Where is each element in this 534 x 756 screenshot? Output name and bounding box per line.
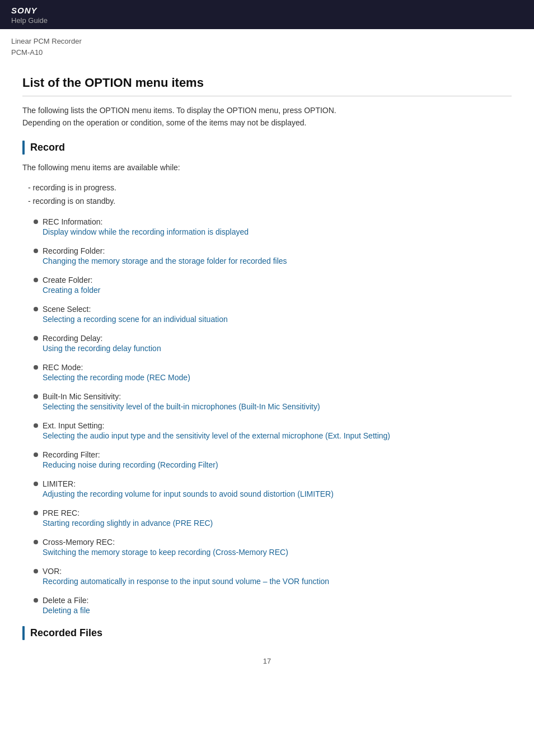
menu-item-link-delete-file[interactable]: Deleting a file <box>43 606 512 615</box>
page-number: 17 <box>22 657 512 665</box>
menu-item-link-ext-input[interactable]: Selecting the audio input type and the s… <box>43 431 512 440</box>
menu-list: REC Information: Display window while th… <box>34 217 512 615</box>
menu-item-label: LIMITER: <box>43 479 76 488</box>
desc-item-2: - recording is on standby. <box>28 195 512 208</box>
bullet-icon <box>34 511 38 515</box>
menu-item-row: Delete a File: <box>34 596 512 605</box>
bullet-icon <box>34 365 38 370</box>
menu-item-label: Cross-Memory REC: <box>43 538 115 547</box>
menu-item-link-scene-select[interactable]: Selecting a recording scene for an indiv… <box>43 315 512 324</box>
menu-item-link-cross-memory-rec[interactable]: Switching the memory storage to keep rec… <box>43 548 512 557</box>
menu-item-row: Scene Select: <box>34 305 512 314</box>
menu-item-row: Cross-Memory REC: <box>34 538 512 547</box>
menu-item-label: Create Folder: <box>43 276 92 284</box>
menu-item-row: Ext. Input Setting: <box>34 421 512 430</box>
menu-item-pre-rec: PRE REC: Starting recording slightly in … <box>34 508 512 528</box>
menu-item-rec-information: REC Information: Display window while th… <box>34 217 512 236</box>
menu-item-ext-input: Ext. Input Setting: Selecting the audio … <box>34 421 512 440</box>
bullet-icon <box>34 569 38 573</box>
menu-item-row: Create Folder: <box>34 276 512 284</box>
menu-item-limiter: LIMITER: Adjusting the recording volume … <box>34 479 512 498</box>
section-record-title: Record <box>30 141 65 155</box>
bullet-icon <box>34 220 38 224</box>
menu-item-label: Ext. Input Setting: <box>43 421 105 430</box>
breadcrumb-line2: PCM-A10 <box>11 47 523 58</box>
menu-item-row: Recording Folder: <box>34 246 512 255</box>
brand-logo: SONY <box>11 6 523 15</box>
menu-item-label: Recording Filter: <box>43 450 100 459</box>
record-desc-intro: The following menu items are available w… <box>22 161 512 174</box>
bullet-icon <box>34 482 38 486</box>
menu-item-link-create-folder[interactable]: Creating a folder <box>43 286 512 295</box>
bullet-icon <box>34 249 38 253</box>
menu-item-label: Recording Delay: <box>43 334 102 343</box>
menu-item-label: Recording Folder: <box>43 246 105 255</box>
menu-item-row: REC Information: <box>34 217 512 226</box>
menu-item-cross-memory-rec: Cross-Memory REC: Switching the memory s… <box>34 538 512 557</box>
section-record-heading: Record <box>22 141 512 155</box>
bullet-icon <box>34 452 38 457</box>
menu-item-row: Built-In Mic Sensitivity: <box>34 392 512 401</box>
menu-item-label: REC Mode: <box>43 363 83 372</box>
menu-item-recording-filter: Recording Filter: Reducing noise during … <box>34 450 512 469</box>
section-bar <box>22 626 25 640</box>
menu-item-row: PRE REC: <box>34 508 512 517</box>
menu-item-link-vor[interactable]: Recording automatically in response to t… <box>43 577 512 586</box>
menu-item-label: Built-In Mic Sensitivity: <box>43 392 121 401</box>
menu-item-scene-select: Scene Select: Selecting a recording scen… <box>34 305 512 324</box>
section-bar <box>22 141 25 155</box>
menu-item-row: REC Mode: <box>34 363 512 372</box>
page-title: List of the OPTION menu items <box>22 76 512 96</box>
menu-item-recording-folder: Recording Folder: Changing the memory st… <box>34 246 512 265</box>
menu-item-link-rec-information[interactable]: Display window while the recording infor… <box>43 227 512 236</box>
main-content: List of the OPTION menu items The follow… <box>0 60 534 688</box>
menu-item-label: Scene Select: <box>43 305 91 314</box>
intro-line2: Depending on the operation or condition,… <box>22 118 306 127</box>
section-recorded-files-title: Recorded Files <box>30 626 102 640</box>
menu-item-link-pre-rec[interactable]: Starting recording slightly in advance (… <box>43 519 512 528</box>
bullet-icon <box>34 423 38 428</box>
menu-item-label: REC Information: <box>43 217 102 226</box>
menu-item-row: Recording Filter: <box>34 450 512 459</box>
menu-item-link-recording-folder[interactable]: Changing the memory storage and the stor… <box>43 256 512 265</box>
breadcrumb: Linear PCM Recorder PCM-A10 <box>0 29 534 60</box>
menu-item-rec-mode: REC Mode: Selecting the recording mode (… <box>34 363 512 382</box>
menu-item-delete-file: Delete a File: Deleting a file <box>34 596 512 615</box>
desc-item-1: - recording is in progress. <box>28 181 512 195</box>
bullet-icon <box>34 307 38 311</box>
intro-text: The following lists the OPTION menu item… <box>22 104 512 129</box>
menu-item-link-builtin-mic[interactable]: Selecting the sensitivity level of the b… <box>43 402 512 411</box>
intro-line1: The following lists the OPTION menu item… <box>22 106 336 115</box>
breadcrumb-line1: Linear PCM Recorder <box>11 36 523 47</box>
bullet-icon <box>34 278 38 282</box>
menu-item-link-limiter[interactable]: Adjusting the recording volume for input… <box>43 489 512 498</box>
bullet-icon <box>34 336 38 340</box>
menu-item-link-rec-mode[interactable]: Selecting the recording mode (REC Mode) <box>43 373 512 382</box>
header: SONY Help Guide <box>0 0 534 29</box>
menu-item-link-recording-delay[interactable]: Using the recording delay function <box>43 344 512 353</box>
menu-item-row: LIMITER: <box>34 479 512 488</box>
header-subtitle: Help Guide <box>11 16 523 25</box>
menu-item-label: PRE REC: <box>43 508 79 517</box>
menu-item-recording-delay: Recording Delay: Using the recording del… <box>34 334 512 353</box>
menu-item-row: VOR: <box>34 567 512 576</box>
bullet-icon <box>34 540 38 544</box>
record-desc-list: - recording is in progress. - recording … <box>28 181 512 208</box>
menu-item-label: Delete a File: <box>43 596 88 605</box>
menu-item-vor: VOR: Recording automatically in response… <box>34 567 512 586</box>
bullet-icon <box>34 598 38 603</box>
menu-item-link-recording-filter[interactable]: Reducing noise during recording (Recordi… <box>43 460 512 469</box>
menu-item-create-folder: Create Folder: Creating a folder <box>34 276 512 295</box>
section-recorded-files-heading: Recorded Files <box>22 626 512 640</box>
menu-item-row: Recording Delay: <box>34 334 512 343</box>
menu-item-builtin-mic: Built-In Mic Sensitivity: Selecting the … <box>34 392 512 411</box>
bullet-icon <box>34 394 38 399</box>
menu-item-label: VOR: <box>43 567 62 576</box>
